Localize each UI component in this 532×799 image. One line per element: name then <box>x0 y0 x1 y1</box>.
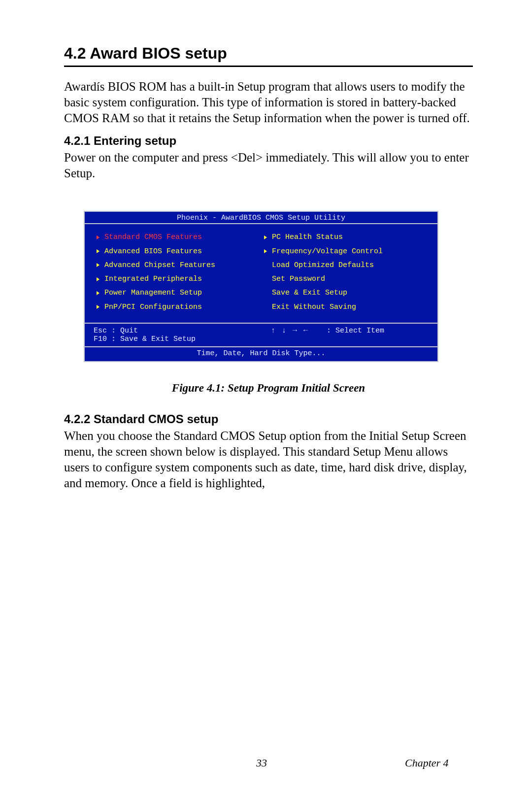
bios-menu-label: Advanced Chipset Features <box>104 261 215 269</box>
bios-menu-label: Set Password <box>272 275 325 283</box>
bios-menu-label: Frequency/Voltage Control <box>272 247 383 256</box>
submenu-arrow-icon <box>264 277 267 281</box>
bios-menu-item[interactable]: Save & Exit Setup <box>261 289 429 297</box>
bios-menu-label: Exit Without Saving <box>272 303 356 311</box>
bios-menu-item[interactable]: Advanced Chipset Features <box>94 261 261 269</box>
bios-menu-item[interactable]: PC Health Status <box>261 233 429 241</box>
bios-figure: Phoenix - AwardBIOS CMOS Setup Utility S… <box>84 211 473 362</box>
submenu-arrow-icon <box>264 291 267 295</box>
bios-menu-label: Load Optimized Defaults <box>272 261 374 269</box>
sub2-heading: 4.2.2 Standard CMOS setup <box>64 412 473 426</box>
bios-menu-label: PnP/PCI Configurations <box>104 303 202 311</box>
sub1-paragraph: Power on the computer and press <Del> im… <box>64 150 473 181</box>
bios-title: Phoenix - AwardBIOS CMOS Setup Utility <box>85 212 437 224</box>
bios-arrow-keys-icon: ↑ ↓ → ← <box>271 327 309 335</box>
submenu-arrow-icon <box>97 249 100 253</box>
bios-key-esc: Esc : Quit <box>94 327 251 335</box>
bios-menu-item[interactable]: Set Password <box>261 275 429 283</box>
bios-footer-keys: Esc : Quit F10 : Save & Exit Setup ↑ ↓ →… <box>85 323 437 347</box>
bios-menu-item[interactable]: Frequency/Voltage Control <box>261 247 429 256</box>
submenu-arrow-icon <box>264 263 267 267</box>
bios-menu-item[interactable]: Integrated Peripherals <box>94 275 261 283</box>
section-rule <box>64 66 473 67</box>
bios-menu-label: Advanced BIOS Features <box>104 247 202 256</box>
bios-menu-label: Power Management Setup <box>104 289 202 297</box>
figure-caption: Figure 4.1: Setup Program Initial Screen <box>64 382 473 395</box>
bios-menu-item[interactable]: Advanced BIOS Features <box>94 247 261 256</box>
submenu-arrow-icon <box>97 277 100 281</box>
submenu-arrow-icon <box>97 263 100 267</box>
bios-footer-hint: Time, Date, Hard Disk Type... <box>85 346 437 361</box>
page: 4.2 Award BIOS setup Awardís BIOS ROM ha… <box>0 0 532 799</box>
bios-menu-label: PC Health Status <box>272 233 343 241</box>
sub1-heading: 4.2.1 Entering setup <box>64 134 473 148</box>
section-heading: 4.2 Award BIOS setup <box>64 44 473 63</box>
bios-menu-item[interactable]: Exit Without Saving <box>261 303 429 311</box>
submenu-arrow-icon <box>97 305 100 309</box>
bios-menu-item[interactable]: PnP/PCI Configurations <box>94 303 261 311</box>
submenu-arrow-icon <box>97 291 100 295</box>
bios-body: Standard CMOS FeaturesAdvanced BIOS Feat… <box>85 224 437 323</box>
bios-menu-label: Integrated Peripherals <box>104 275 202 283</box>
submenu-arrow-icon <box>264 249 267 253</box>
bios-right-column: PC Health StatusFrequency/Voltage Contro… <box>261 233 429 317</box>
page-footer: 33 Chapter 4 <box>0 757 532 769</box>
bios-window: Phoenix - AwardBIOS CMOS Setup Utility S… <box>84 211 438 362</box>
section-paragraph: Awardís BIOS ROM has a built-in Setup pr… <box>64 79 473 126</box>
chapter-label: Chapter 4 <box>405 757 449 769</box>
submenu-arrow-icon <box>97 235 100 239</box>
bios-select-label: : Select Item <box>327 327 384 335</box>
submenu-arrow-icon <box>264 235 267 239</box>
bios-menu-label: Standard CMOS Features <box>104 233 202 241</box>
submenu-arrow-icon <box>264 305 267 309</box>
bios-menu-label: Save & Exit Setup <box>272 289 347 297</box>
bios-key-f10: F10 : Save & Exit Setup <box>94 335 251 343</box>
bios-menu-item[interactable]: Load Optimized Defaults <box>261 261 429 269</box>
page-number: 33 <box>256 757 267 769</box>
bios-menu-item[interactable]: Standard CMOS Features <box>94 233 261 241</box>
bios-menu-item[interactable]: Power Management Setup <box>94 289 261 297</box>
bios-left-column: Standard CMOS FeaturesAdvanced BIOS Feat… <box>94 233 261 317</box>
sub2-paragraph: When you choose the Standard CMOS Setup … <box>64 428 473 491</box>
